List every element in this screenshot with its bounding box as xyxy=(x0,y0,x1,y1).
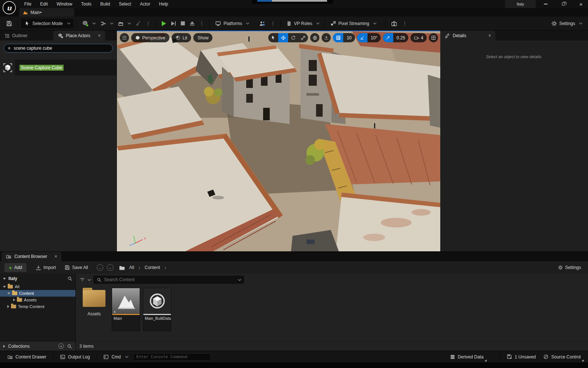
show-dropdown[interactable]: Show xyxy=(193,33,212,42)
place-actors-search-input[interactable] xyxy=(14,46,109,51)
console-command-field[interactable] xyxy=(133,353,211,361)
content-search-input[interactable] xyxy=(104,277,234,282)
breadcrumb-all[interactable]: All xyxy=(128,265,136,270)
grid-snap-toggle[interactable]: 10 xyxy=(333,33,355,42)
multi-user-button[interactable] xyxy=(257,19,268,28)
menu-select[interactable]: Select xyxy=(114,0,135,8)
sources-header[interactable]: Italy xyxy=(0,274,75,283)
place-actor-result-row[interactable]: Scene Capture Cube xyxy=(0,60,116,75)
platforms-dropdown[interactable]: Platforms xyxy=(212,19,251,28)
tab-content-browser[interactable]: Content Browser × xyxy=(1,252,61,261)
scale-snap-value[interactable]: 0.25 xyxy=(393,35,408,40)
play-options-menu[interactable]: ⋮ xyxy=(197,21,206,26)
skip-frame-button[interactable] xyxy=(169,19,179,28)
content-browser-settings[interactable]: Settings xyxy=(555,263,584,272)
media-capture-button[interactable] xyxy=(388,19,400,28)
tab-details[interactable]: Details × xyxy=(440,31,495,40)
collections-expand-icon[interactable] xyxy=(3,345,5,348)
vp-roles-dropdown[interactable]: VP Roles xyxy=(284,19,322,28)
scale-snap-toggle[interactable]: 0.25 xyxy=(383,33,408,42)
import-button[interactable]: Import xyxy=(33,263,58,272)
tree-item-assets[interactable]: Assets xyxy=(0,297,75,303)
menu-help[interactable]: Help xyxy=(155,0,173,8)
menu-actor[interactable]: Actor xyxy=(136,0,155,8)
minimize-button[interactable] xyxy=(542,1,550,7)
menu-edit[interactable]: Edit xyxy=(36,0,52,8)
back-button[interactable]: ← xyxy=(97,264,103,271)
content-search[interactable] xyxy=(93,276,244,284)
menu-window[interactable]: Window xyxy=(52,0,77,8)
add-collection-icon[interactable]: + xyxy=(58,343,64,349)
tree-item-all[interactable]: All xyxy=(0,283,75,290)
restore-button[interactable] xyxy=(559,1,567,7)
grid-snap-value[interactable]: 10 xyxy=(343,35,355,40)
media-capture-menu[interactable]: ⋮ xyxy=(400,21,409,26)
stop-button[interactable] xyxy=(178,19,187,28)
asset-main-builtdata[interactable]: Main_BuiltData xyxy=(143,288,171,331)
media-capture-icon xyxy=(391,21,398,26)
output-log-button[interactable]: Output Log xyxy=(56,351,93,363)
close-button[interactable]: × xyxy=(577,1,585,7)
add-button[interactable]: + Add xyxy=(4,263,26,272)
save-button[interactable] xyxy=(4,19,15,28)
level-viewport[interactable]: Perspective Lit Show xyxy=(117,31,440,251)
details-close-icon[interactable]: × xyxy=(488,33,491,38)
search-options-chevron[interactable] xyxy=(238,277,241,280)
globe-icon xyxy=(312,35,318,40)
tab-outliner[interactable]: Outliner xyxy=(0,31,32,40)
level-tab-main[interactable]: Main• xyxy=(19,8,74,17)
tab-close-icon[interactable]: × xyxy=(98,33,101,38)
toolbar-overflow-menu[interactable]: ⋮ xyxy=(144,21,153,26)
menu-file[interactable]: File xyxy=(20,0,36,8)
rotation-snap-value[interactable]: 10° xyxy=(368,35,381,40)
eject-button[interactable] xyxy=(187,19,197,28)
add-actor-dropdown[interactable] xyxy=(80,19,98,28)
console-command-input[interactable] xyxy=(136,354,208,359)
collections-bar[interactable]: Collections + xyxy=(0,341,75,351)
save-all-button[interactable]: Save All xyxy=(62,263,90,272)
viewport-options-menu[interactable] xyxy=(120,33,129,42)
selection-mode-dropdown[interactable]: Selection Mode xyxy=(21,19,74,28)
multi-user-menu[interactable]: ⋮ xyxy=(268,21,277,26)
camera-speed-value[interactable]: 4 xyxy=(421,35,427,40)
move-tool[interactable] xyxy=(278,33,288,42)
lit-dropdown[interactable]: Lit xyxy=(172,33,191,42)
select-tool[interactable] xyxy=(268,33,278,42)
forward-button[interactable]: → xyxy=(107,264,114,271)
collections-search-icon[interactable] xyxy=(67,344,72,349)
menu-tools[interactable]: Tools xyxy=(77,0,96,8)
rotate-tool[interactable] xyxy=(288,33,298,42)
rotation-snap-toggle[interactable]: 10° xyxy=(357,33,381,42)
tree-search-icon[interactable] xyxy=(67,276,72,281)
filter-chevron-icon[interactable] xyxy=(88,277,91,280)
breadcrumb-chevron-2[interactable]: › xyxy=(163,265,168,270)
menu-build[interactable]: Build xyxy=(96,0,115,8)
breadcrumb-content[interactable]: Content xyxy=(143,265,162,270)
content-browser-close-icon[interactable]: × xyxy=(54,254,57,259)
tree-item-content[interactable]: Content xyxy=(0,290,75,297)
source-control-button[interactable]: Source Control xyxy=(539,351,584,363)
unsaved-button[interactable]: * 1 Unsaved xyxy=(503,351,539,363)
viewport-layout-button[interactable] xyxy=(429,33,438,42)
cinematics-dropdown[interactable] xyxy=(115,19,133,28)
asset-main-level[interactable]: * Main xyxy=(112,288,140,331)
editor-settings-dropdown[interactable]: Settings xyxy=(549,19,584,28)
asset-folder-assets[interactable]: Assets xyxy=(79,288,109,316)
blueprints-dropdown[interactable] xyxy=(98,19,115,28)
pixel-streaming-dropdown[interactable]: Pixel Streaming xyxy=(328,19,379,28)
tab-place-actors[interactable]: Place Actors × xyxy=(53,31,105,40)
paint-mode-button[interactable] xyxy=(133,19,144,28)
place-actors-search[interactable]: × xyxy=(4,44,113,53)
world-local-toggle[interactable] xyxy=(310,33,319,42)
content-drawer-button[interactable]: Content Drawer xyxy=(4,351,50,363)
scale-tool[interactable] xyxy=(298,33,308,42)
play-button[interactable] xyxy=(159,19,169,28)
clear-search-icon[interactable]: × xyxy=(8,46,11,51)
surface-snapping-button[interactable] xyxy=(322,33,331,42)
derived-data-button[interactable]: Derived Data xyxy=(446,351,487,363)
perspective-dropdown[interactable]: Perspective xyxy=(131,33,169,42)
camera-speed-control[interactable]: 4 xyxy=(410,33,427,42)
filter-icon[interactable] xyxy=(79,277,85,282)
tree-item-temp-content[interactable]: Temp Content xyxy=(0,303,75,310)
cmd-dropdown[interactable]: Cmd xyxy=(100,351,131,363)
